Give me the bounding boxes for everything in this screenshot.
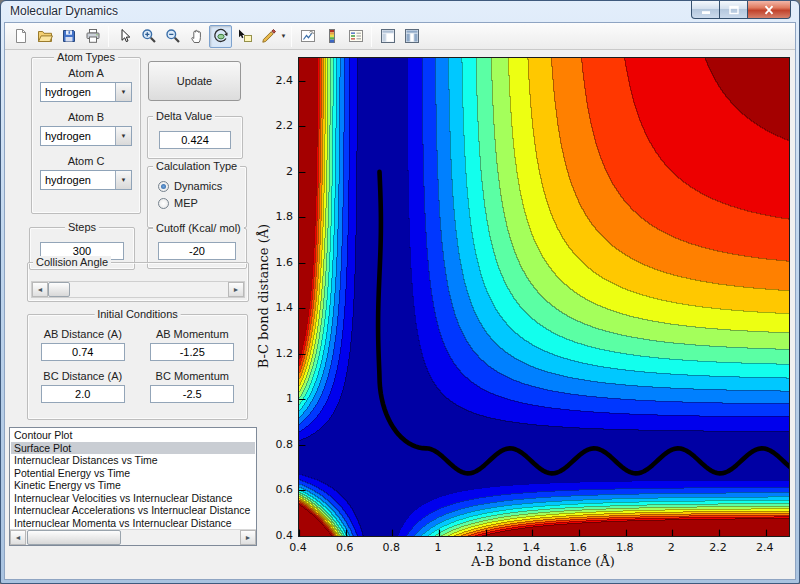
maximize-button[interactable] (720, 1, 747, 19)
list-item[interactable]: Surface Plot (11, 442, 255, 455)
slider-left-arrow[interactable]: ◄ (32, 282, 48, 297)
scrollbar-thumb[interactable] (27, 530, 121, 545)
edit-plot-button[interactable] (113, 25, 136, 48)
save-figure-button[interactable] (57, 25, 80, 48)
insert-colorbar-icon (324, 28, 340, 44)
open-file-icon (37, 28, 53, 44)
y-tick-label: 2 (286, 164, 293, 177)
x-tick-label: 1.8 (616, 541, 634, 554)
hide-plot-tools-icon (380, 28, 396, 44)
insert-legend-button[interactable] (344, 25, 367, 48)
y-tick-label: 1.8 (276, 210, 294, 223)
scrollbar-track[interactable] (26, 530, 240, 545)
list-item[interactable]: Contour Plot (11, 429, 255, 442)
window-controls (691, 1, 791, 19)
edit-plot-icon (117, 28, 133, 44)
radio-button-icon[interactable] (158, 181, 169, 192)
panel-title: Initial Conditions (94, 308, 181, 320)
list-item[interactable]: Internuclear Distances vs Time (11, 454, 255, 467)
bc-distance-input[interactable] (41, 385, 125, 403)
y-tick-label: 1.4 (276, 301, 294, 314)
open-file-button[interactable] (33, 25, 56, 48)
slider-track[interactable] (48, 282, 228, 297)
scrollbar-left-arrow[interactable]: ◄ (10, 530, 26, 545)
insert-colorbar-button[interactable] (320, 25, 343, 48)
maximize-icon (729, 5, 739, 15)
brush-data-icon (261, 28, 277, 44)
chevron-down-icon[interactable]: ▼ (115, 171, 131, 189)
ab-momentum-input[interactable] (150, 343, 234, 361)
update-button[interactable]: Update (148, 61, 241, 101)
mep-radio-label: MEP (174, 197, 198, 209)
y-tick-label: 0.4 (276, 529, 294, 542)
toolbar-separator (108, 26, 109, 47)
title-bar[interactable]: Molecular Dynamics (1, 1, 799, 22)
atom-b-select[interactable]: hydrogen ▼ (40, 126, 132, 146)
slider-thumb[interactable] (48, 282, 70, 297)
delta-value-panel: Delta Value (147, 116, 243, 159)
list-item[interactable]: Internuclear Velocities vs Internuclear … (11, 492, 255, 505)
panel-title: Cutoff (Kcal/ mol) (153, 222, 244, 234)
atom-a-select[interactable]: hydrogen ▼ (40, 82, 132, 102)
scrollbar-right-arrow[interactable]: ► (240, 530, 256, 545)
x-tick-label: 2.2 (709, 541, 727, 554)
pan-button[interactable] (185, 25, 208, 48)
x-tick-label: 0.8 (383, 541, 401, 554)
collision-angle-slider[interactable]: ◄ ► (31, 281, 245, 298)
panel-title: Steps (65, 221, 99, 233)
potential-energy-contour-plot[interactable] (298, 57, 790, 537)
hide-plot-tools-button[interactable] (376, 25, 399, 48)
plot-type-listbox[interactable]: Contour PlotSurface PlotInternuclear Dis… (9, 427, 257, 546)
insert-legend-icon (348, 28, 364, 44)
atom-c-value: hydrogen (41, 171, 115, 189)
save-figure-icon (61, 28, 77, 44)
chevron-down-icon[interactable]: ▼ (115, 83, 131, 101)
delta-value-input[interactable] (159, 131, 231, 149)
radio-button-icon[interactable] (158, 198, 169, 209)
zoom-out-icon (165, 28, 181, 44)
zoom-out-button[interactable] (161, 25, 184, 48)
figure-window-content: ▼ Atom Types Atom A hydrogen ▼ Atom B hy… (4, 22, 796, 580)
y-tick-label: 0.6 (276, 483, 294, 496)
dynamics-radio[interactable]: Dynamics (158, 180, 246, 192)
atom-b-label: Atom B (32, 111, 140, 123)
ab-distance-label: AB Distance (A) (28, 328, 138, 340)
list-item[interactable]: Internuclear Momenta vs Internuclear Dis… (11, 517, 255, 529)
link-plot-button[interactable] (296, 25, 319, 48)
brush-data-button[interactable] (257, 25, 280, 48)
print-figure-icon (85, 28, 101, 44)
collision-angle-panel: Collision Angle ◄ ► (27, 262, 249, 302)
figure-area: Atom Types Atom A hydrogen ▼ Atom B hydr… (5, 50, 795, 579)
dropdown-caret-icon[interactable]: ▼ (280, 33, 287, 39)
mep-radio[interactable]: MEP (158, 197, 246, 209)
x-tick-label: 1.6 (569, 541, 587, 554)
atom-c-select[interactable]: hydrogen ▼ (40, 170, 132, 190)
y-axis-label: B-C bond distance (Å) (256, 224, 271, 368)
list-item[interactable]: Potential Energy vs Time (11, 467, 255, 480)
data-cursor-button[interactable] (233, 25, 256, 48)
close-button[interactable] (747, 1, 791, 19)
list-item[interactable]: Kinetic Energy vs Time (11, 479, 255, 492)
link-plot-icon (300, 28, 316, 44)
rotate-3d-button[interactable] (209, 25, 232, 48)
chevron-down-icon[interactable]: ▼ (115, 127, 131, 145)
listbox-hscrollbar[interactable]: ◄ ► (10, 529, 256, 545)
cutoff-input[interactable] (158, 242, 236, 260)
new-figure-button[interactable] (9, 25, 32, 48)
x-tick-label: 1.4 (523, 541, 541, 554)
show-plot-tools-button[interactable] (400, 25, 423, 48)
slider-right-arrow[interactable]: ► (228, 282, 244, 297)
x-tick-label: 1.2 (476, 541, 494, 554)
bc-momentum-input[interactable] (150, 385, 234, 403)
minimize-button[interactable] (691, 1, 720, 19)
calculation-type-panel: Calculation Type Dynamics MEP (147, 166, 247, 228)
show-plot-tools-icon (404, 28, 420, 44)
zoom-in-button[interactable] (137, 25, 160, 48)
y-tick-label: 2.4 (276, 73, 294, 86)
list-item[interactable]: Internuclear Accelerations vs Internucle… (11, 504, 255, 517)
ab-distance-input[interactable] (41, 343, 125, 361)
print-figure-button[interactable] (81, 25, 104, 48)
x-tick-label: 1 (435, 541, 442, 554)
atom-a-value: hydrogen (41, 83, 115, 101)
close-icon (763, 5, 775, 15)
